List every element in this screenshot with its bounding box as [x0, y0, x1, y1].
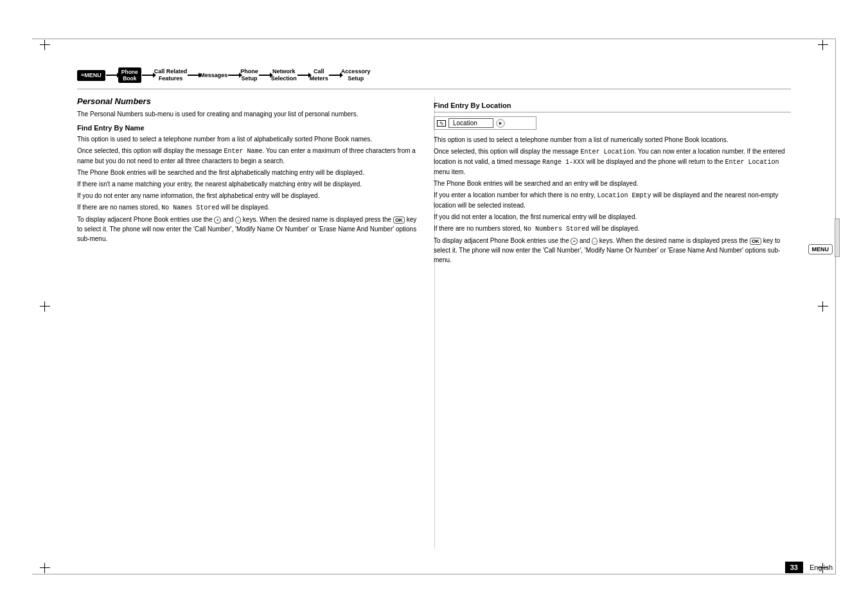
footer: 33 English [785, 562, 833, 573]
right-para-4: If you enter a location number for which… [434, 190, 791, 210]
crosshair-top-right [818, 40, 828, 50]
page-number: 33 [785, 562, 803, 573]
crosshair-top-left [40, 40, 50, 50]
nav-menu-label: =MENU [77, 70, 105, 81]
left-para-6: If there are no names stored, No Names S… [77, 202, 418, 213]
find-by-name-title: Find Entry By Name [77, 124, 418, 132]
language-label: English [810, 564, 833, 571]
section-title: Personal Numbers [77, 96, 418, 106]
nav-arrow-4 [228, 75, 240, 76]
find-by-location-title: Find Entry By Location [434, 102, 791, 109]
nav-phonebook: PhoneBook [118, 67, 141, 83]
left-para-5: If you do not enter any name information… [77, 191, 418, 200]
nav-arrow-7 [329, 75, 341, 76]
edit-icon: ✎ [437, 120, 446, 127]
right-para-6: If there are no numbers stored, No Numbe… [434, 224, 791, 234]
nav-breadcrumb: =MENU PhoneBook Call RelatedFeatures Mes… [77, 67, 791, 83]
nav-network-selection: NetworkSelection [271, 68, 297, 82]
nav-messages: Messages [200, 72, 227, 79]
crosshair-bottom-left [40, 563, 50, 573]
right-para-2: Once selected, this option will display … [434, 147, 791, 177]
find-location-underline [434, 112, 791, 112]
nav-arrow-2 [142, 75, 154, 76]
page-tab [835, 218, 840, 257]
nav-phone-setup: PhoneSetup [240, 68, 258, 82]
left-para-2: Once selected, this option will display … [77, 146, 418, 166]
crosshair-mid-right [818, 301, 828, 312]
right-column: Find Entry By Location ✎ Location ▸ This… [434, 96, 791, 267]
location-input-row: ✎ Location ▸ [434, 116, 536, 130]
nav-accessory-setup: AccessorySetup [341, 68, 371, 82]
nav-call-meters: CallMeters [310, 68, 328, 82]
left-para-3: The Phone Book entries will be searched … [77, 168, 418, 177]
nav-arrow-5 [259, 75, 270, 76]
right-para-7: To display adjacent Phone Book entries u… [434, 236, 791, 265]
nav-arrow-1 [106, 75, 118, 76]
location-text-box: Location [448, 118, 493, 128]
left-para-1: This option is used to select a telephon… [77, 134, 418, 144]
crosshair-mid-left [40, 301, 50, 312]
nav-btn-right[interactable]: ▸ [496, 119, 505, 128]
nav-arrow-3 [188, 75, 199, 76]
border-top [32, 39, 836, 39]
left-para-4: If there isn't a name matching your entr… [77, 179, 418, 189]
section-subtitle: The Personal Numbers sub-menu is used fo… [77, 110, 418, 119]
menu-side-button: MENU [808, 244, 833, 254]
right-para-1: This option is used to select a telephon… [434, 135, 791, 145]
left-para-7: To display adjacent Phone Book entries u… [77, 215, 418, 244]
right-para-3: The Phone Book entries will be searched … [434, 179, 791, 188]
nav-arrow-6 [297, 75, 309, 76]
right-para-5: If you did not enter a location, the fir… [434, 212, 791, 222]
border-right [835, 39, 836, 574]
nav-underline [77, 89, 791, 89]
left-column: Personal Numbers The Personal Numbers su… [77, 96, 418, 245]
border-bottom [32, 574, 836, 574]
nav-call-related: Call RelatedFeatures [154, 68, 188, 82]
